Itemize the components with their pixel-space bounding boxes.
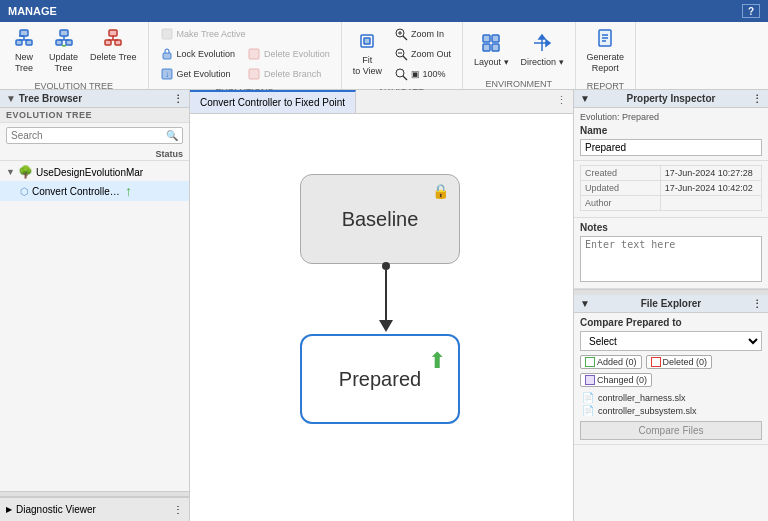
zoom-in-button[interactable]: Zoom In [389, 25, 456, 43]
badge-changed-label: Changed (0) [597, 375, 647, 385]
file-list: 📄 controller_harness.slx 📄 controller_su… [580, 391, 762, 417]
ribbon-group-environment: Layout ▾ Direction ▾ ENVIRONMENT [463, 22, 576, 89]
search-input[interactable] [11, 130, 166, 141]
update-tree-icon [54, 28, 74, 51]
tree-child-label: Convert Controller to [32, 186, 122, 197]
updated-label: Updated [581, 181, 661, 196]
badge-deleted-check [651, 357, 661, 367]
help-icon: ? [748, 6, 754, 17]
svg-rect-11 [109, 30, 117, 36]
layout-button[interactable]: Layout ▾ [469, 25, 514, 75]
badge-added[interactable]: Added (0) [580, 355, 642, 369]
evolution-name-group: Evolution: Prepared Name [574, 108, 768, 161]
tree-browser-menu-icon[interactable]: ⋮ [173, 93, 183, 104]
delete-tree-button[interactable]: Delete Tree [85, 25, 142, 66]
tree-root-icon: 🌳 [18, 165, 33, 179]
ribbon-group-environment-label: ENVIRONMENT [486, 75, 553, 89]
svg-rect-34 [492, 35, 499, 42]
meta-table: Created 17-Jun-2024 10:27:28 Updated 17-… [580, 165, 762, 211]
make-tree-active-button[interactable]: Make Tree Active [155, 25, 335, 43]
make-tree-active-label: Make Tree Active [177, 29, 246, 39]
badge-added-label: Added (0) [597, 357, 637, 367]
zoom-100-button[interactable]: ▣ 100% [389, 65, 456, 83]
arrow-dot [382, 262, 390, 270]
author-label: Author [581, 196, 661, 211]
name-label: Name [580, 125, 762, 136]
diagnostic-viewer-menu[interactable]: ⋮ [173, 504, 183, 515]
file-name-0: controller_harness.slx [598, 393, 686, 403]
zoom-out-button[interactable]: Zoom Out [389, 45, 456, 63]
arrow-head [379, 320, 393, 332]
file-item-1[interactable]: 📄 controller_subsystem.slx [580, 404, 762, 417]
compare-select[interactable]: Select [580, 331, 762, 351]
badge-changed[interactable]: Changed (0) [580, 373, 652, 387]
node-prepared[interactable]: ⬆ Prepared [300, 334, 460, 424]
tree-browser-header[interactable]: ▼ Tree Browser ⋮ [0, 90, 189, 108]
update-tree-button[interactable]: Update Tree [44, 25, 83, 77]
get-evolution-button[interactable]: ↓ Get Evolution [155, 65, 236, 83]
help-button[interactable]: ? [742, 4, 760, 18]
green-up-arrow: ⬆ [428, 348, 446, 374]
tree-item-root[interactable]: ▼ 🌳 UseDesignEvolutionMar [0, 163, 189, 181]
delete-branch-label: Delete Branch [264, 69, 321, 79]
name-input[interactable] [580, 139, 762, 156]
tab-convert-controller[interactable]: Convert Controller to Fixed Point [190, 90, 356, 113]
compare-files-button[interactable]: Compare Files [580, 421, 762, 440]
generate-report-icon [595, 28, 615, 51]
notes-group: Notes [574, 218, 768, 289]
update-tree-label: Update Tree [49, 52, 78, 74]
file-explorer-header[interactable]: ▼ File Explorer ⋮ [574, 295, 768, 313]
property-inspector-header[interactable]: ▼ Property Inspector ⋮ [574, 90, 768, 108]
tree-child-icon: ⬡ [20, 186, 29, 197]
tree-item-child1[interactable]: ⬡ Convert Controller to ↑ [0, 181, 189, 201]
new-tree-icon [14, 28, 34, 51]
badge-changed-check [585, 375, 595, 385]
fit-to-view-button[interactable]: Fit to View [348, 25, 387, 83]
notes-input[interactable] [580, 236, 762, 282]
svg-line-29 [403, 56, 407, 60]
new-tree-label: New Tree [15, 52, 33, 74]
node-baseline[interactable]: 🔒 Baseline [300, 174, 460, 264]
svg-rect-35 [483, 44, 490, 51]
ribbon: New Tree Update Tree [0, 22, 768, 90]
arrow-shaft [385, 270, 387, 320]
svg-line-32 [403, 76, 407, 80]
tree-column-header: Status [0, 148, 189, 161]
get-evolution-label: Get Evolution [177, 69, 231, 79]
ribbon-group-report-label: REPORT [587, 77, 624, 91]
file-explorer-menu[interactable]: ⋮ [752, 298, 762, 309]
file-item-0[interactable]: 📄 controller_harness.slx [580, 391, 762, 404]
ribbon-group-evolutions: Make Tree Active Lock Evolution ↓ Get Ev… [149, 22, 342, 89]
direction-button[interactable]: Direction ▾ [516, 25, 569, 75]
delete-branch-button[interactable]: Delete Branch [242, 65, 326, 83]
prop-inspector-menu[interactable]: ⋮ [752, 93, 762, 104]
diagnostic-viewer-panel[interactable]: ▶ Diagnostic Viewer ⋮ [0, 497, 189, 521]
svg-rect-0 [20, 30, 28, 36]
lock-evolution-button[interactable]: Lock Evolution [155, 45, 241, 63]
tree-buttons: New Tree Update Tree [6, 25, 142, 77]
search-bar: 🔍 [6, 127, 183, 144]
author-row: Author [581, 196, 762, 211]
delete-evolution-button[interactable]: Delete Evolution [242, 45, 335, 63]
svg-rect-36 [492, 44, 499, 51]
fit-to-view-icon [357, 31, 377, 54]
file-icon-0: 📄 [582, 392, 594, 403]
created-row: Created 17-Jun-2024 10:27:28 [581, 166, 762, 181]
svg-text:↓: ↓ [165, 70, 169, 79]
delete-evolution-label: Delete Evolution [264, 49, 330, 59]
svg-rect-23 [364, 38, 370, 44]
diagram-area: 🔒 Baseline ⬆ Prepared [190, 114, 573, 521]
diagnostic-expand-icon: ▶ [6, 505, 12, 514]
generate-report-label: Generate Report [587, 52, 625, 74]
badge-deleted[interactable]: Deleted (0) [646, 355, 713, 369]
tree-browser-title: ▼ Tree Browser [6, 93, 82, 104]
ribbon-group-tree-label: EVOLUTION TREE [35, 77, 113, 91]
right-panel: ▼ Property Inspector ⋮ Evolution: Prepar… [573, 90, 768, 521]
lock-icon: 🔒 [432, 183, 449, 199]
author-value [660, 196, 761, 211]
ribbon-group-report: Generate Report REPORT [576, 22, 637, 89]
generate-report-button[interactable]: Generate Report [582, 25, 630, 77]
file-icon-1: 📄 [582, 405, 594, 416]
center-panel-menu[interactable]: ⋮ [550, 90, 573, 113]
new-tree-button[interactable]: New Tree [6, 25, 42, 77]
